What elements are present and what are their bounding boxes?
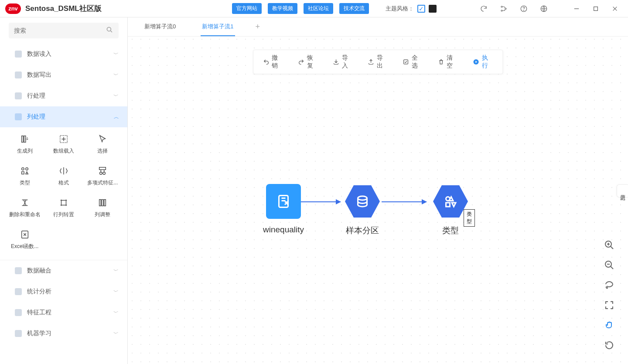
svg-point-20 <box>103 172 106 175</box>
tool-delete-rename[interactable]: 删除和重命名 <box>5 196 44 220</box>
nav-row-ops[interactable]: 行处理﹀ <box>0 85 127 106</box>
node-label: 样本分区 <box>346 225 379 236</box>
tab-add-button[interactable]: + <box>246 17 269 36</box>
fit-screen-icon[interactable] <box>604 299 615 311</box>
search-box[interactable] <box>9 23 119 38</box>
node-tooltip: 类型 <box>464 209 475 227</box>
svg-rect-23 <box>104 200 106 206</box>
array-load-icon <box>59 134 68 144</box>
tool-select[interactable]: 选择 <box>83 133 122 156</box>
app-logo: znv <box>5 3 21 14</box>
svg-line-36 <box>611 266 613 269</box>
tab-flow-0[interactable]: 新增算子流0 <box>131 17 189 36</box>
canvas[interactable]: 新增算子流0 新增算子流1 + 撤销 恢复 导入 导出 全选 清空 执行 win… <box>128 17 628 364</box>
chevron-down-icon: ﹀ <box>113 309 119 316</box>
top-link-group: 官方网站 教学视频 社区论坛 技术交流 主题风格： ✓ <box>145 3 437 14</box>
col-adjust-icon <box>98 198 107 208</box>
run-button[interactable]: 执行 <box>473 54 493 70</box>
select-icon <box>98 134 107 144</box>
globe-icon[interactable] <box>540 5 548 13</box>
svg-rect-25 <box>404 60 408 64</box>
theme-dark-swatch[interactable] <box>429 5 437 13</box>
chevron-down-icon: ﹀ <box>113 330 119 337</box>
search-input[interactable] <box>14 27 106 34</box>
select-all-button[interactable]: 全选 <box>403 54 423 70</box>
tool-transpose[interactable]: 行列转置 <box>44 196 83 220</box>
svg-point-28 <box>358 196 367 200</box>
poly-icon <box>98 166 107 176</box>
link-tech-exchange[interactable]: 技术交流 <box>339 3 369 14</box>
svg-point-0 <box>501 6 502 7</box>
tool-array-load[interactable]: 数组载入 <box>44 133 83 156</box>
nav-col-ops[interactable]: 列处理﹀ <box>0 106 127 127</box>
edge-1-2[interactable] <box>298 201 341 202</box>
tool-poly-features[interactable]: 多项式特征... <box>83 164 122 188</box>
tool-format[interactable]: 格式 <box>44 164 83 188</box>
pan-hand-icon[interactable] <box>604 320 615 331</box>
window-controls <box>573 5 618 12</box>
folder-icon <box>15 309 22 316</box>
node-label: 类型 <box>442 225 459 236</box>
excel-icon <box>20 230 30 239</box>
nav-data-read[interactable]: 数据读入﹀ <box>0 44 127 65</box>
svg-point-19 <box>100 172 102 175</box>
generate-col-icon <box>20 134 30 144</box>
svg-rect-18 <box>99 167 106 170</box>
transpose-icon <box>59 198 68 208</box>
theme-switch: 主题风格： ✓ <box>386 5 437 13</box>
svg-rect-12 <box>21 136 23 143</box>
view-tools <box>604 239 615 351</box>
link-official-site[interactable]: 官方网站 <box>232 3 262 14</box>
zoom-out-icon[interactable] <box>604 259 615 271</box>
link-tutorial-video[interactable]: 教学视频 <box>268 3 297 14</box>
folder-icon <box>15 288 22 295</box>
import-button[interactable]: 导入 <box>333 54 353 70</box>
search-icon <box>106 26 113 35</box>
tab-flow-1[interactable]: 新增算子流1 <box>189 17 246 36</box>
tool-type[interactable]: 类型 <box>5 164 44 188</box>
folder-icon <box>15 267 22 274</box>
undo-button[interactable]: 撤销 <box>263 54 283 70</box>
help-icon[interactable] <box>520 5 528 13</box>
format-icon <box>59 166 68 176</box>
clear-button[interactable]: 清空 <box>438 54 458 70</box>
zoom-in-icon[interactable] <box>604 239 615 251</box>
folder-icon <box>15 92 22 99</box>
svg-point-15 <box>21 168 24 170</box>
node-sample-partition[interactable]: 样本分区 <box>345 184 380 236</box>
tool-generate-col[interactable]: 生成列 <box>5 133 44 156</box>
theme-light-checkbox[interactable]: ✓ <box>417 5 425 13</box>
title-bar: znv Sentosa_DSML社区版 官方网站 教学视频 社区论坛 技术交流 … <box>0 0 628 17</box>
history-side-tab[interactable]: 历史记录 <box>617 184 628 197</box>
svg-rect-7 <box>594 7 598 10</box>
window-maximize-icon[interactable] <box>592 5 599 12</box>
tool-excel-func[interactable]: Excel函数... <box>5 228 44 252</box>
redo-button[interactable]: 恢复 <box>298 54 318 70</box>
export-button[interactable]: 导出 <box>368 54 388 70</box>
nav-data-fusion[interactable]: 数据融合﹀ <box>0 260 127 281</box>
reset-icon[interactable] <box>604 340 615 351</box>
tabs-row: 新增算子流0 新增算子流1 + <box>128 17 628 37</box>
window-minimize-icon[interactable] <box>573 5 580 12</box>
link-community-forum[interactable]: 社区论坛 <box>304 3 333 14</box>
window-close-icon[interactable] <box>611 5 618 12</box>
node-label: winequality <box>263 225 304 235</box>
svg-point-16 <box>25 168 28 170</box>
svg-rect-13 <box>24 136 26 143</box>
nav-feature-eng[interactable]: 特征工程﹀ <box>0 302 127 323</box>
folder-icon <box>15 330 22 337</box>
chevron-down-icon: ﹀ <box>113 288 119 296</box>
tool-col-adjust[interactable]: 列调整 <box>83 196 122 220</box>
branch-icon[interactable] <box>500 5 508 13</box>
nav-ml[interactable]: 机器学习﹀ <box>0 323 127 344</box>
refresh-icon[interactable] <box>480 5 488 13</box>
node-winequality[interactable]: winequality <box>263 184 304 235</box>
edge-2-3[interactable] <box>382 201 427 202</box>
sidebar: 数据读入﹀ 数据写出﹀ 行处理﹀ 列处理﹀ 生成列 数组载入 选择 类型 格式 … <box>0 17 128 364</box>
node-type[interactable]: 类型 类型 <box>433 184 468 236</box>
theme-label: 主题风格： <box>386 5 414 13</box>
nav-data-write[interactable]: 数据写出﹀ <box>0 65 127 85</box>
folder-icon <box>15 113 22 120</box>
lasso-icon[interactable] <box>604 279 615 291</box>
nav-stats[interactable]: 统计分析﹀ <box>0 281 127 302</box>
